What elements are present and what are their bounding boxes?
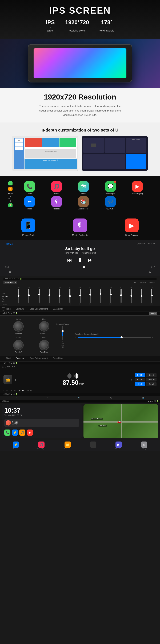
app-audiobooks[interactable]: 📚 Audiobooks xyxy=(71,196,96,210)
map-view[interactable]: Plaza de España Calle de los 🚗 xyxy=(84,404,158,438)
home-app-video[interactable]: ▶ xyxy=(27,430,33,436)
feature-row-section: 📱 Phone Back 🎙 Music Podcasts ▶ Now Play… xyxy=(0,215,160,240)
knob-fr[interactable] xyxy=(39,321,50,332)
eq-preset-standard[interactable]: Standard xyxy=(2,295,8,298)
eq-band-9[interactable] xyxy=(106,289,116,303)
nav-btn-save[interactable]: 💾 xyxy=(142,397,144,398)
search-icon: 🔍 xyxy=(78,397,80,398)
eq-band-0[interactable] xyxy=(14,289,24,303)
ips-spec-value-1: 1920*720 xyxy=(65,19,89,26)
knob-rl[interactable] xyxy=(13,340,24,350)
radio-next-btn[interactable]: › xyxy=(131,378,132,382)
radio-preset-4[interactable]: 108.00 xyxy=(134,382,145,386)
radio-prev-btn[interactable]: ‹ xyxy=(15,378,16,382)
resolution-suffix: Resolution xyxy=(76,93,116,101)
eq-tab-default[interactable]: Default xyxy=(148,281,156,284)
status-time-1: 11:10 xyxy=(8,192,13,194)
eq-subtab-bass-enhance[interactable]: Bass Enhancement xyxy=(27,306,50,312)
surround-h-slider[interactable] xyxy=(78,337,151,338)
eq-preset-selector[interactable]: Standard ▾ xyxy=(4,280,17,284)
dock-bluetooth[interactable]: ⚡ Bluetooth xyxy=(13,442,19,450)
app-phone[interactable]: 📞 Phone xyxy=(18,181,42,195)
app-podcasts[interactable]: 🎙 Podcasts xyxy=(44,196,69,210)
app-now-playing[interactable]: ▶ Now Playing xyxy=(125,181,150,195)
surround-tab-bass-filter[interactable]: Bass Filter xyxy=(50,356,66,361)
radio-preset-3[interactable]: 106.10 xyxy=(146,378,156,382)
radio-af-btn[interactable]: A.F. xyxy=(12,366,16,368)
now-playing-feature-icon: ▶ xyxy=(125,218,138,232)
dock-filemanager[interactable]: 📁 FileManager xyxy=(64,442,72,450)
eq-preset-hiph[interactable]: HipH xyxy=(2,309,8,312)
radio-preset-0[interactable]: 87.50 xyxy=(134,373,145,377)
next-button[interactable]: ⏭ xyxy=(88,257,93,263)
nav-btn-search[interactable]: 🔍 xyxy=(78,397,80,398)
nav-btn-back[interactable]: ↩ xyxy=(16,397,17,398)
radio-preset-2[interactable]: 98.10 xyxy=(134,378,145,382)
surround-content: 1.0ms Front Left 1.0ms Front Right 1.0ms… xyxy=(0,316,160,356)
now-playing-feature-label: Now Playing xyxy=(126,234,138,236)
radio-freq-item-0[interactable]: 87.65 xyxy=(4,390,8,392)
radio-preset-5[interactable]: 87.50 xyxy=(146,382,156,386)
app-qqmusic[interactable]: 🎶 QQMusic xyxy=(98,196,122,210)
eq-preset-flat[interactable]: Flat xyxy=(2,298,8,300)
app-back[interactable]: ↩ Back xyxy=(18,196,42,210)
eq-band-11[interactable] xyxy=(126,289,136,303)
radio-freq-item-1[interactable]: 107.75 xyxy=(10,390,16,392)
radio-preset-1[interactable]: 90.10 xyxy=(146,373,156,377)
eq-preset-pop[interactable]: Pop xyxy=(2,300,8,303)
eq-band-4[interactable] xyxy=(55,289,64,303)
eq-band-2[interactable] xyxy=(34,289,44,303)
eq-band-6[interactable] xyxy=(75,289,85,303)
home-app-bluetooth[interactable]: ⚡ xyxy=(12,430,18,436)
eq-preset-pop2[interactable]: Pop xyxy=(2,306,8,309)
surround-tab-surround[interactable]: Surround xyxy=(13,356,27,361)
knob-fl[interactable] xyxy=(13,321,24,332)
eq-tab-all[interactable]: All xyxy=(133,281,137,284)
surround-default-btn[interactable]: Default xyxy=(149,312,158,315)
eq-band-8[interactable] xyxy=(96,289,106,303)
radio-freq-item-2[interactable]: 102.90 xyxy=(18,390,24,392)
pause-button[interactable]: ⏸ xyxy=(77,257,83,263)
eq-band-5[interactable] xyxy=(65,289,74,303)
eq-tab-setup[interactable]: Set Up xyxy=(139,281,147,284)
home-time-status: 10:37 AM xyxy=(2,400,9,402)
repeat-icon[interactable]: ↻ xyxy=(149,270,151,274)
home-app-phone[interactable]: 📞 xyxy=(4,430,10,436)
home-music-widget[interactable]: 🎵 Songs Author xyxy=(4,419,79,427)
eq-preset-jazz[interactable]: Jazz xyxy=(2,312,8,314)
eq-band-13[interactable] xyxy=(147,289,156,303)
app-messages[interactable]: 💬 5 Messages xyxy=(98,181,122,195)
nav-btn-toggle[interactable]: ⊙ xyxy=(47,397,48,398)
radio-freq-item-3[interactable]: 108.00 xyxy=(26,390,32,392)
surround-tab-field[interactable]: Field xyxy=(4,356,13,361)
eq-subtab-bass-filter[interactable]: Bass Filter xyxy=(50,306,66,312)
music-title-area: So baby let it go Here With You — Asher … xyxy=(5,246,155,254)
eq-subtab-surround[interactable]: Surround xyxy=(13,306,27,312)
eq-band-10[interactable] xyxy=(116,289,126,303)
dock-settings[interactable]: ⚙ Settings xyxy=(141,442,147,450)
shuffle-icon[interactable]: ⇄ xyxy=(9,270,11,274)
eq-band-3[interactable] xyxy=(45,289,54,303)
radio-list-btn[interactable]: ≡ xyxy=(5,366,6,368)
knob-rr[interactable] xyxy=(39,340,50,350)
prev-button[interactable]: ⏮ xyxy=(67,257,72,263)
music-back-button[interactable]: < Back xyxy=(5,243,13,246)
eq-band-1[interactable] xyxy=(24,289,34,303)
surround-space-slider[interactable] xyxy=(62,326,63,340)
home-app-music[interactable]: 🎵 xyxy=(19,430,26,436)
app-music[interactable]: 🎵 Music xyxy=(44,181,69,195)
music-icon: 🎵 xyxy=(51,181,62,192)
eq-band-7[interactable] xyxy=(86,289,95,303)
app-maps[interactable]: 🗺 Maps xyxy=(71,181,96,195)
eq-preset-user[interactable]: User xyxy=(2,292,8,295)
surround-tab-bass-enhance[interactable]: Bass Enhancement xyxy=(27,356,50,361)
dock-video[interactable]: ▶ Video Player xyxy=(115,442,122,450)
eq-band-12[interactable] xyxy=(137,289,146,303)
radio-back-btn[interactable]: ↩ xyxy=(2,365,4,369)
radio-ta-btn[interactable]: T.A. xyxy=(7,366,11,368)
progress-bar[interactable] xyxy=(12,267,148,267)
eq-preset-classic[interactable]: Classic xyxy=(2,303,8,306)
dock-music-player[interactable]: 🎵 Music Player xyxy=(38,442,46,450)
surround-space-label: Surround Space xyxy=(56,323,70,325)
nav-btn-radio[interactable]: ((•)) xyxy=(110,397,112,398)
